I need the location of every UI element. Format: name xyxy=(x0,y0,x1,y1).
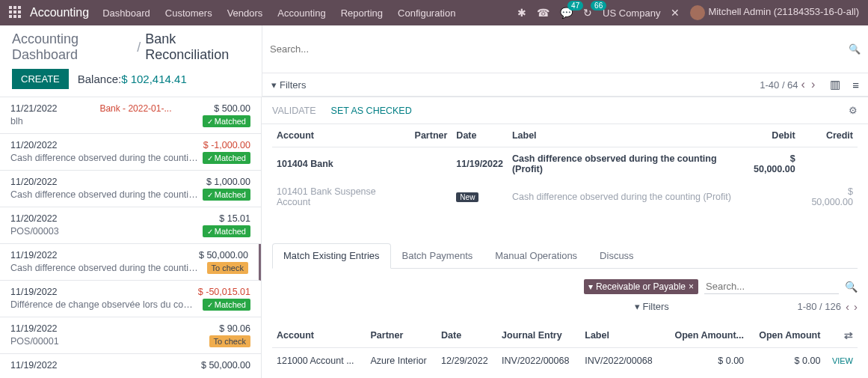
avatar xyxy=(690,5,705,20)
stmt-amount: $ -1,000.00 xyxy=(203,140,250,150)
funnel-icon: ▾ xyxy=(635,301,643,312)
statement-row[interactable]: 11/19/2022$ 50,000.00Cash difference obs… xyxy=(0,244,261,281)
breadcrumb: Accounting Dashboard / Bank Reconciliati… xyxy=(0,25,262,66)
action-row: VALIDATE SET AS CHECKED ⚙ xyxy=(262,97,868,124)
subbar: CREATE Balance: $ 102,414.41 xyxy=(0,66,262,97)
inner-next-icon[interactable]: › xyxy=(854,300,858,313)
view-button[interactable]: VIEW xyxy=(832,356,853,365)
menu-accounting[interactable]: Accounting xyxy=(277,7,325,19)
chip-remove-icon[interactable]: × xyxy=(689,281,694,292)
stmt-desc: Différence de change observée lors du co… xyxy=(10,299,198,310)
status-badge: Matched xyxy=(203,299,250,311)
col-date: Date xyxy=(452,124,508,147)
menu-reporting[interactable]: Reporting xyxy=(341,7,383,19)
menu-customers[interactable]: Customers xyxy=(165,7,212,19)
status-badge: Matched xyxy=(203,189,250,201)
stmt-date: 11/19/2022 xyxy=(10,250,58,260)
ecell-account: 121000 Account ... xyxy=(272,348,366,374)
filters-button[interactable]: Filters xyxy=(280,79,306,91)
stmt-amount: $ 15.01 xyxy=(219,213,250,224)
search-input[interactable] xyxy=(270,43,849,55)
menu-vendors[interactable]: Vendors xyxy=(227,7,263,19)
set-checked-button[interactable]: SET AS CHECKED xyxy=(331,106,412,116)
new-badge: New xyxy=(456,192,478,202)
statement-row[interactable]: 11/20/2022$ 15.01POS/00003Matched xyxy=(0,207,261,244)
stmt-amount: $ 500.00 xyxy=(214,103,250,114)
kanban-view-icon[interactable]: ▥ xyxy=(830,78,840,91)
activities-icon[interactable]: ↻66 xyxy=(583,7,592,19)
next-page-icon[interactable]: › xyxy=(811,78,815,91)
stmt-amount: $ 90.06 xyxy=(219,323,250,334)
inner-pager-range[interactable]: 1-80 / 126 xyxy=(797,301,841,312)
user-menu[interactable]: Mitchell Admin (21184353-16-0-all) xyxy=(690,5,859,20)
balance-label: Balance: xyxy=(78,73,121,85)
messages-badge: 47 xyxy=(567,1,583,10)
settings-icon[interactable]: ⇄ xyxy=(844,329,853,341)
validate-button[interactable]: VALIDATE xyxy=(272,106,316,116)
user-name: Mitchell Admin (21184353-16-0-all) xyxy=(708,6,859,17)
pager-range[interactable]: 1-40 / 64 xyxy=(760,79,798,91)
filter-chip[interactable]: ▾Receivable or Payable× xyxy=(584,279,698,294)
menu-dashboard[interactable]: Dashboard xyxy=(102,7,150,19)
stmt-desc: Cash difference observed during the coun… xyxy=(10,189,198,200)
inner-search-icon[interactable]: 🔍 xyxy=(845,281,858,293)
filter-icon[interactable]: ▾ xyxy=(271,79,277,91)
create-button[interactable]: CREATE xyxy=(12,69,69,89)
ecell-open: $ 0.00 xyxy=(748,348,825,374)
breadcrumb-current: Bank Reconciliation xyxy=(145,31,250,63)
col-debit: Debit xyxy=(742,124,799,147)
main: 11/21/2022Bank - 2022-01-...$ 500.00blhM… xyxy=(0,97,868,378)
cell-partner xyxy=(410,180,452,213)
stmt-desc: POS/00001 xyxy=(10,336,205,347)
brand[interactable]: Accounting xyxy=(30,6,89,19)
ecol-open-cur: Open Amount... xyxy=(663,323,748,348)
status-badge: To check xyxy=(207,262,248,274)
ecol-settings[interactable]: ⇄ xyxy=(825,323,858,348)
bug-icon[interactable]: ✱ xyxy=(517,7,526,19)
chip-label: Receivable or Payable xyxy=(596,281,686,292)
menu-configuration[interactable]: Configuration xyxy=(398,7,455,19)
status-badge: Matched xyxy=(203,152,250,164)
cell-credit: $ 50,000.00 xyxy=(800,180,858,213)
inner-prev-icon[interactable]: ‹ xyxy=(846,300,849,313)
statement-row[interactable]: 11/20/2022$ -1,000.00Cash difference obs… xyxy=(0,134,261,171)
support-icon[interactable]: ☎ xyxy=(537,7,550,19)
gear-icon[interactable]: ⚙ xyxy=(849,105,858,116)
inner-filters-button[interactable]: ▾ Filters xyxy=(635,301,669,312)
breadcrumb-parent[interactable]: Accounting Dashboard xyxy=(12,31,132,63)
ledger-row[interactable]: 101401 Bank Suspense AccountNewCash diff… xyxy=(272,180,858,213)
company-switcher[interactable]: US Company xyxy=(603,7,660,19)
tab-batch[interactable]: Batch Payments xyxy=(391,243,484,268)
statement-row[interactable]: 11/20/2022$ 1,000.00Cash difference obse… xyxy=(0,171,261,207)
entry-row[interactable]: 121000 Account ...Azure Interior12/29/20… xyxy=(272,348,858,374)
messages-icon[interactable]: 💬47 xyxy=(560,7,573,19)
statement-row[interactable]: 11/21/2022Bank - 2022-01-...$ 500.00blhM… xyxy=(0,97,261,134)
tab-discuss[interactable]: Discuss xyxy=(588,243,645,268)
cell-account: 101404 Bank xyxy=(272,147,410,181)
tab-manual[interactable]: Manual Operations xyxy=(484,243,588,268)
tools-icon[interactable]: ✕ xyxy=(671,7,680,19)
status-badge: Matched xyxy=(203,225,250,237)
col-label: Label xyxy=(508,124,742,147)
prev-page-icon[interactable]: ‹ xyxy=(801,78,805,91)
cell-credit xyxy=(800,147,858,181)
filter-row: ▾ Filters 1-40 / 64 ‹ › ▥ ≡ xyxy=(262,73,868,97)
main-menu: Dashboard Customers Vendors Accounting R… xyxy=(102,7,455,19)
status-badge: To check xyxy=(209,335,250,347)
ecol-open: Open Amount xyxy=(748,323,825,348)
cell-date: 11/19/2022 xyxy=(452,147,508,181)
tab-match[interactable]: Match Existing Entries xyxy=(272,243,391,269)
stmt-date: 11/20/2022 xyxy=(10,140,58,150)
detail-pane: VALIDATE SET AS CHECKED ⚙ Account Partne… xyxy=(262,97,868,378)
inner-search-input[interactable] xyxy=(704,279,839,294)
tabs: Match Existing Entries Batch Payments Ma… xyxy=(272,243,858,269)
statement-row[interactable]: 11/19/2022$ 90.06POS/00001To check xyxy=(0,317,261,354)
list-view-icon[interactable]: ≡ xyxy=(852,79,859,91)
ledger-row[interactable]: 101404 Bank11/19/2022Cash difference obs… xyxy=(272,147,858,181)
statement-row[interactable]: 11/19/2022$ -50,015.01Différence de chan… xyxy=(0,281,261,317)
search-icon[interactable]: 🔍 xyxy=(849,43,861,55)
statement-row[interactable]: 11/19/2022$ 50,000.00 xyxy=(0,354,261,378)
stmt-bank: Bank - 2022-01-... xyxy=(99,103,171,114)
stmt-desc: blh xyxy=(10,116,198,126)
apps-icon[interactable] xyxy=(9,6,22,19)
